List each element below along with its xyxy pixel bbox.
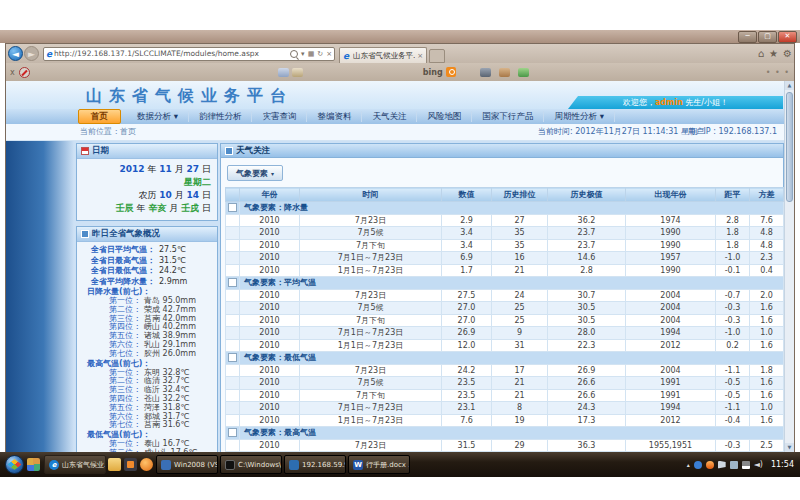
scrollbar-thumb[interactable]	[786, 92, 793, 202]
table-row: 20107月5候27.02530.52004-0.31.6	[226, 302, 784, 315]
tray-firefox-icon[interactable]	[706, 461, 714, 469]
nav-item-weather-watch[interactable]: 天气关注	[362, 111, 417, 122]
nav-item-rhythm-analysis[interactable]: 韵律性分析	[189, 111, 253, 122]
scroll-up-icon[interactable]: ▲	[785, 81, 794, 90]
more-options-icon[interactable]: • • •	[766, 68, 790, 77]
address-bar[interactable]: e http://192.168.137.1/SLCCLIMATE/module…	[43, 47, 335, 61]
bing-logo[interactable]: bing	[423, 68, 443, 77]
table-row: 20107月5候23.52126.61991-0.51.6	[226, 377, 784, 390]
ranking-item: 第七位：胶州 26.0mm	[79, 350, 214, 359]
cell: 2004	[626, 289, 716, 302]
current-time: 当前时间: 2012年11月27日 11:14:31 星期二	[538, 124, 705, 140]
display-icon[interactable]	[730, 461, 738, 469]
cell: 12.0	[442, 339, 492, 352]
tray-expand-icon[interactable]: ▴	[687, 461, 690, 468]
action-center-flag-icon[interactable]	[718, 461, 726, 469]
column-header[interactable]: 时间	[300, 188, 442, 202]
compatibility-icon[interactable]: ▦	[308, 50, 315, 58]
group-checkbox-cell	[226, 277, 240, 290]
task-label: Win2008 (VS2...	[174, 461, 218, 469]
nav-item-home[interactable]: 首页	[78, 109, 121, 124]
group-checkbox[interactable]	[228, 203, 237, 212]
table-row: 20107月23日31.52936.31955,1951-0.32.5	[226, 439, 784, 452]
task-label: 行手册.docx ...	[366, 460, 410, 470]
autocomplete-arrow-icon[interactable]: ▾	[301, 50, 305, 58]
column-header[interactable]: 年份	[240, 188, 300, 202]
stat-value: 2.9mm	[159, 277, 187, 288]
taskbar-task-win2008[interactable]: Win2008 (VS2...	[156, 455, 218, 474]
weather-panel-body: 全省日平均气温：27.5℃全省日最高气温：31.5℃全省日最低气温：24.2℃全…	[77, 242, 217, 452]
camera-icon[interactable]	[480, 68, 491, 77]
media-player-icon[interactable]	[140, 458, 153, 471]
vm-task-icon	[161, 460, 171, 470]
cell: 21	[492, 389, 548, 402]
nav-item-risk-map[interactable]: 风险地图	[417, 111, 472, 122]
column-header[interactable]: 出现年份	[626, 188, 716, 202]
cell: 2004	[626, 302, 716, 315]
taskbar-clock[interactable]: 11:54	[771, 460, 794, 469]
cell: -0.7	[716, 289, 750, 302]
start-button[interactable]	[5, 455, 24, 474]
group-checkbox[interactable]	[228, 278, 237, 287]
row-indent-cell	[226, 264, 240, 277]
cell: 23.7	[548, 239, 626, 252]
nav-item-disaster-query[interactable]: 灾害查询	[252, 111, 307, 122]
welcome-suffix: 先生/小姐！	[683, 98, 728, 107]
explorer-folder-icon[interactable]	[108, 458, 121, 471]
taskbar-task-cmd[interactable]: C:\Windows\s...	[220, 455, 282, 474]
back-button[interactable]: ◄	[8, 46, 23, 61]
new-tab-button[interactable]	[429, 49, 445, 63]
cell: 35	[492, 239, 548, 252]
rank-value[interactable]: 莒南 31.6℃	[144, 421, 189, 430]
column-header[interactable]: 距平	[716, 188, 750, 202]
volume-icon[interactable]: ◄)	[754, 460, 763, 469]
row-indent-cell	[226, 314, 240, 327]
network-icon[interactable]	[742, 461, 750, 469]
column-header[interactable]: 历史排位	[492, 188, 548, 202]
home-icon[interactable]: ⌂	[758, 48, 764, 59]
taskbar-task-word-doc[interactable]: W行手册.docx ...	[348, 455, 410, 474]
welcome-prefix: 欢迎您，	[623, 98, 655, 107]
page-scrollbar[interactable]: ▲ ▼	[784, 81, 794, 452]
column-header[interactable]: 方差	[750, 188, 784, 202]
cell: 36.3	[548, 439, 626, 452]
group-title: 气象要素：最低气温	[244, 353, 316, 362]
column-header[interactable]: 历史极值	[548, 188, 626, 202]
stop-icon[interactable]: ×	[326, 50, 332, 58]
favorites-icon[interactable]: ★	[769, 48, 778, 59]
bing-search-icon[interactable]	[446, 67, 456, 77]
share-icon[interactable]	[499, 68, 510, 77]
nav-item-periodic-analysis[interactable]: 周期性分析 ▾	[544, 111, 614, 122]
chevron-down-icon: ▾	[271, 170, 274, 177]
maximize-button[interactable]: ▢	[758, 31, 777, 43]
panel-icon	[81, 230, 89, 238]
rank-value[interactable]: 胶州 26.0mm	[144, 350, 196, 359]
tab-close-icon[interactable]: ×	[417, 52, 423, 60]
taskbar-task-remote-desktop[interactable]: 192.168.59.99...	[284, 455, 346, 474]
toolbar-close-icon[interactable]: x	[10, 68, 15, 77]
apps-icon[interactable]	[518, 68, 529, 77]
search-icon[interactable]	[290, 50, 298, 58]
launcher-icon[interactable]	[27, 458, 40, 471]
url-text[interactable]: http://192.168.137.1/SLCCLIMATE/modules/…	[54, 49, 290, 58]
nav-item-national-products[interactable]: 国家下行产品	[472, 111, 544, 122]
breadcrumb-row: 当前位置：首页 当前时间: 2012年11月27日 11:14:31 星期二 用…	[6, 124, 785, 141]
close-button[interactable]: ✕	[778, 31, 797, 43]
taskbar-task-ie-window[interactable]: e山东省气候业...	[44, 455, 106, 474]
tools-gear-icon[interactable]: ⚙	[783, 48, 792, 59]
tray-network-app-icon[interactable]	[694, 461, 702, 469]
nav-item-data-analysis[interactable]: 数据分析 ▾	[127, 111, 189, 122]
group-checkbox[interactable]	[228, 428, 237, 437]
minimize-button[interactable]: ─	[738, 31, 757, 43]
nav-item-compiled-data[interactable]: 整编资料	[307, 111, 362, 122]
element-filter-button[interactable]: 气象要素 ▾	[227, 165, 283, 181]
photo-viewer-icon[interactable]	[124, 458, 137, 471]
refresh-icon[interactable]: ↻	[317, 50, 323, 58]
scroll-down-icon[interactable]: ▼	[785, 443, 794, 452]
forward-button[interactable]: ►	[24, 46, 39, 61]
group-checkbox[interactable]	[228, 353, 237, 362]
documents-icon[interactable]	[292, 68, 303, 77]
tab-shandong-climate[interactable]: e 山东省气候业务平... ×	[339, 47, 427, 63]
mail-icon[interactable]	[278, 68, 289, 77]
column-header[interactable]: 数值	[442, 188, 492, 202]
